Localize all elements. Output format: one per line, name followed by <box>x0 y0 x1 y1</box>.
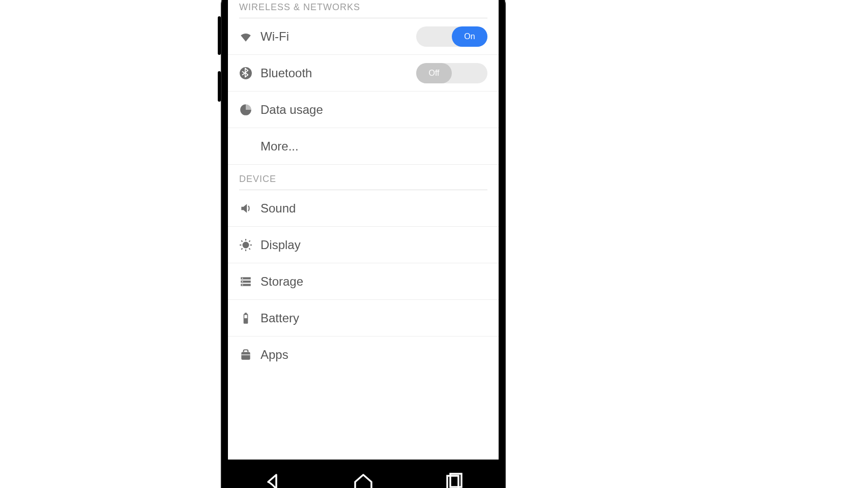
screen: WIRELESS & NETWORKS Wi-Fi On Bluetooth <box>228 0 499 460</box>
row-sound-label: Sound <box>261 201 487 216</box>
row-apps-label: Apps <box>261 348 487 362</box>
row-more-label: More... <box>261 139 487 154</box>
back-button[interactable] <box>261 470 285 488</box>
row-storage[interactable]: Storage <box>228 263 499 300</box>
wifi-icon <box>239 30 261 43</box>
svg-line-8 <box>241 248 242 249</box>
home-button[interactable] <box>351 470 375 488</box>
svg-rect-19 <box>241 352 250 360</box>
battery-icon <box>239 312 261 325</box>
data-usage-icon <box>239 103 261 116</box>
bluetooth-toggle-knob: Off <box>416 63 452 83</box>
row-data-usage[interactable]: Data usage <box>228 92 499 128</box>
storage-icon <box>239 275 261 288</box>
row-bluetooth[interactable]: Bluetooth Off <box>228 55 499 92</box>
row-wifi-label: Wi-Fi <box>261 29 416 44</box>
row-sound[interactable]: Sound <box>228 190 499 227</box>
apps-icon <box>239 348 261 361</box>
recent-apps-button[interactable] <box>441 470 466 488</box>
phone-frame: WIRELESS & NETWORKS Wi-Fi On Bluetooth <box>221 0 506 488</box>
row-wifi[interactable]: Wi-Fi On <box>228 18 499 55</box>
row-battery[interactable]: Battery <box>228 300 499 337</box>
svg-point-14 <box>242 281 243 282</box>
row-storage-label: Storage <box>261 274 487 289</box>
row-data-usage-label: Data usage <box>261 103 487 117</box>
svg-point-13 <box>242 278 243 279</box>
sound-icon <box>239 202 261 215</box>
svg-point-1 <box>243 241 249 248</box>
section-wireless-title: WIRELESS & NETWORKS <box>228 0 499 18</box>
row-apps[interactable]: Apps <box>228 337 499 373</box>
stage: WIRELESS & NETWORKS Wi-Fi On Bluetooth <box>0 0 868 488</box>
svg-rect-17 <box>245 313 247 314</box>
svg-rect-18 <box>244 315 247 318</box>
row-battery-label: Battery <box>261 311 487 325</box>
svg-line-7 <box>249 248 250 249</box>
power-button <box>218 71 221 102</box>
settings-list[interactable]: WIRELESS & NETWORKS Wi-Fi On Bluetooth <box>228 0 499 373</box>
row-display-label: Display <box>261 238 487 252</box>
row-bluetooth-label: Bluetooth <box>261 66 416 80</box>
wifi-toggle-knob: On <box>452 26 487 47</box>
svg-point-15 <box>242 284 243 285</box>
volume-rocker <box>218 16 221 55</box>
wifi-toggle[interactable]: On <box>416 26 487 47</box>
navigation-bar <box>228 460 499 488</box>
svg-line-6 <box>241 240 242 241</box>
display-icon <box>239 238 261 252</box>
bluetooth-icon <box>239 67 261 80</box>
row-more[interactable]: More... <box>228 128 499 165</box>
section-device-title: DEVICE <box>228 165 499 190</box>
svg-line-9 <box>249 240 250 241</box>
bluetooth-toggle[interactable]: Off <box>416 63 487 83</box>
row-display[interactable]: Display <box>228 227 499 263</box>
